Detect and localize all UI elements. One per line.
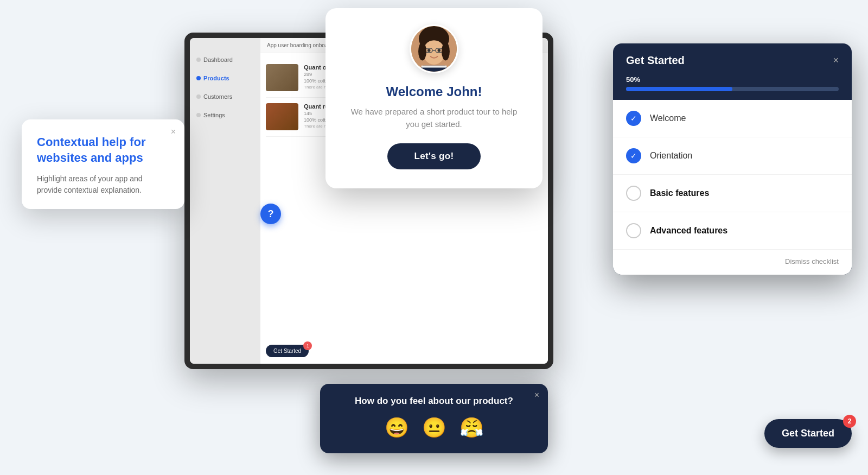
contextual-title: Contextual help for websites and apps bbox=[37, 135, 169, 166]
gs-label-basic-features: Basic features bbox=[650, 188, 709, 198]
survey-question: How do you feel about our product? bbox=[342, 396, 526, 407]
product-image bbox=[266, 103, 298, 130]
svg-rect-11 bbox=[422, 66, 447, 68]
avatar-face bbox=[411, 26, 457, 72]
gs-title: Get Started bbox=[626, 54, 685, 67]
gs-progress-bar-bg bbox=[626, 87, 839, 91]
emoji-angry[interactable]: 😤 bbox=[459, 416, 484, 439]
gs-item-advanced-features[interactable]: Advanced features bbox=[613, 212, 852, 250]
gs-item-basic-features[interactable]: Basic features bbox=[613, 175, 852, 212]
contextual-close-button[interactable]: × bbox=[171, 127, 176, 137]
survey-panel: × How do you feel about our product? 😄 😐… bbox=[320, 384, 548, 453]
gs-progress-area: 50% bbox=[613, 75, 852, 100]
svg-point-8 bbox=[418, 42, 426, 61]
product-image bbox=[266, 64, 298, 91]
scene: Dashboard Products Customers Settings Ap… bbox=[0, 0, 868, 475]
app-sidebar: Dashboard Products Customers Settings bbox=[190, 38, 260, 364]
sidebar-item-dashboard[interactable]: Dashboard bbox=[190, 52, 260, 67]
gs-label-advanced-features: Advanced features bbox=[650, 226, 727, 236]
avatar bbox=[410, 24, 458, 73]
welcome-description: We have prepared a short product tour to… bbox=[347, 106, 521, 130]
gs-label-welcome: Welcome bbox=[650, 113, 686, 123]
gs-dismiss-link[interactable]: Dismiss checklist bbox=[785, 257, 839, 265]
contextual-description: Highlight areas of your app and provide … bbox=[37, 173, 169, 196]
gs-item-orientation[interactable]: ✓ Orientation bbox=[613, 137, 852, 175]
gs-check-orientation: ✓ bbox=[626, 148, 641, 163]
get-started-float-area: Get Started 2 bbox=[764, 419, 852, 448]
svg-point-5 bbox=[427, 49, 431, 52]
gs-check-welcome: ✓ bbox=[626, 111, 641, 126]
gs-header: Get Started × bbox=[613, 43, 852, 75]
gs-check-advanced-features bbox=[626, 223, 641, 238]
app-get-started-button[interactable]: Get Started 1 bbox=[266, 345, 309, 357]
gs-check-basic-features bbox=[626, 186, 641, 201]
gs-progress-label: 50% bbox=[626, 75, 839, 84]
get-started-float-button[interactable]: Get Started 2 bbox=[764, 419, 852, 448]
survey-close-button[interactable]: × bbox=[534, 390, 539, 400]
sidebar-item-customers[interactable]: Customers bbox=[190, 89, 260, 104]
sidebar-item-products[interactable]: Products bbox=[190, 71, 260, 86]
lets-go-button[interactable]: Let's go! bbox=[387, 143, 481, 169]
sidebar-item-settings[interactable]: Settings bbox=[190, 107, 260, 123]
svg-point-9 bbox=[442, 42, 450, 61]
gs-label-orientation: Orientation bbox=[650, 151, 692, 161]
question-bubble[interactable]: ? bbox=[260, 204, 281, 224]
emoji-happy[interactable]: 😄 bbox=[385, 416, 409, 439]
gs-item-welcome[interactable]: ✓ Welcome bbox=[613, 100, 852, 137]
gs-close-button[interactable]: × bbox=[833, 55, 839, 66]
gs-progress-bar-fill bbox=[626, 87, 732, 91]
gs-dismiss-area: Dismiss checklist bbox=[613, 250, 852, 275]
get-started-panel: Get Started × 50% ✓ Welcome ✓ Orientatio… bbox=[613, 43, 852, 275]
app-badge: 1 bbox=[303, 341, 312, 350]
get-started-badge: 2 bbox=[843, 415, 856, 428]
contextual-card: × Contextual help for websites and apps … bbox=[22, 119, 184, 209]
svg-point-6 bbox=[438, 49, 441, 52]
welcome-title: Welcome John! bbox=[347, 84, 521, 99]
emoji-neutral[interactable]: 😐 bbox=[422, 416, 446, 439]
survey-emojis: 😄 😐 😤 bbox=[342, 416, 526, 439]
gs-items: ✓ Welcome ✓ Orientation Basic features A… bbox=[613, 100, 852, 275]
welcome-modal: Welcome John! We have prepared a short p… bbox=[326, 8, 542, 188]
